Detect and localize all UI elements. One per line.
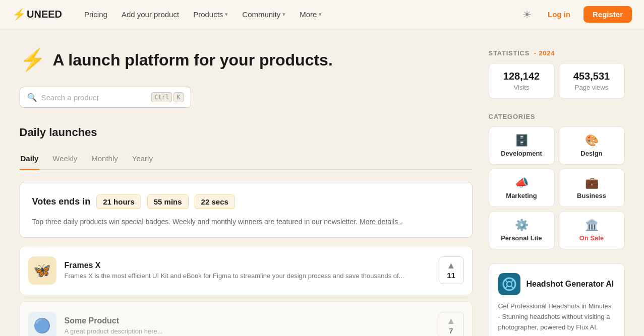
featured-product-card[interactable]: Headshot Generator AI Get Professional H…	[489, 263, 625, 336]
vote-count-frames-x: 11	[447, 271, 455, 280]
votes-header: Votes ends in 21 hours 55 mins 22 secs	[32, 194, 460, 209]
vote-count-2: 7	[449, 326, 453, 335]
cat-business-label: Business	[565, 192, 618, 199]
votes-description: Top three daily products win special bad…	[32, 216, 460, 227]
search-bar[interactable]: 🔍 Search a product Ctrl K	[20, 87, 191, 108]
nav-pricing[interactable]: Pricing	[78, 6, 113, 23]
visits-number: 128,142	[495, 71, 548, 82]
statistics-section: STATISTICS - 2024 128,142 Visits 453,531…	[489, 49, 625, 99]
vote-arrow-icon-2: ▲	[447, 316, 456, 325]
nav-products[interactable]: Products ▾	[187, 6, 234, 23]
theme-toggle-icon[interactable]: ☀	[519, 6, 535, 24]
svg-point-1	[507, 282, 512, 287]
pageviews-number: 453,531	[565, 71, 618, 82]
marketing-icon: 📣	[495, 176, 548, 189]
launch-tabs: Daily Weekly Monthly Yearly	[20, 149, 473, 170]
product-desc-frames-x: Frames X is the most efficient UI Kit an…	[65, 272, 431, 280]
site-logo[interactable]: ⚡ UNEED	[12, 8, 62, 21]
search-placeholder-text: Search a product	[41, 93, 148, 102]
featured-logo-icon	[498, 273, 520, 295]
navbar: ⚡ UNEED Pricing Add your product Product…	[0, 0, 644, 29]
main-content: ⚡ A launch platform for your products. 🔍…	[20, 49, 473, 336]
product-card-frames-x[interactable]: 🦋 Frames X Frames X is the most efficien…	[20, 246, 473, 295]
nav-actions: ☀ Log in Register	[519, 6, 632, 24]
section-title: Daily launches	[20, 126, 473, 139]
development-icon: 🗄️	[495, 134, 548, 147]
vote-button-frames-x[interactable]: ▲ 11	[439, 256, 464, 284]
cat-design-label: Design	[565, 150, 618, 157]
nav-more[interactable]: More ▾	[294, 6, 328, 23]
stat-pageviews: 453,531 Page views	[559, 63, 625, 99]
nav-add-product[interactable]: Add your product	[115, 6, 185, 23]
product-name-frames-x: Frames X	[65, 261, 431, 270]
tab-yearly[interactable]: Yearly	[131, 149, 154, 170]
logo-text: UNEED	[27, 9, 62, 20]
featured-header: Headshot Generator AI	[498, 273, 615, 295]
logo-bolt-icon: ⚡	[12, 8, 26, 21]
product-icon-2: 🔵	[28, 312, 56, 336]
cat-marketing[interactable]: 📣 Marketing	[489, 169, 555, 207]
sidebar: STATISTICS - 2024 128,142 Visits 453,531…	[489, 49, 625, 336]
cat-on-sale[interactable]: 🏛️ On Sale	[559, 211, 625, 249]
stat-visits: 128,142 Visits	[489, 63, 555, 99]
cat-personal-life[interactable]: ⚙️ Personal Life	[489, 211, 555, 249]
hero-section: ⚡ A launch platform for your products.	[20, 49, 473, 71]
business-icon: 💼	[565, 176, 618, 189]
hero-title: A launch platform for your products.	[53, 51, 333, 70]
more-details-link[interactable]: More details .	[360, 218, 402, 226]
pageviews-label: Page views	[565, 84, 618, 91]
more-chevron-icon: ▾	[319, 11, 322, 18]
product-info-frames-x: Frames X Frames X is the most efficient …	[65, 261, 431, 280]
featured-name: Headshot Generator AI	[526, 280, 614, 289]
timer-hours: 21 hours	[96, 194, 141, 209]
timer-mins: 55 mins	[147, 194, 189, 209]
vote-arrow-icon: ▲	[447, 261, 456, 270]
cat-personal-life-label: Personal Life	[495, 234, 548, 242]
page-wrapper: ⚡ A launch platform for your products. 🔍…	[10, 29, 635, 336]
product-desc-2: A great product description here...	[65, 327, 431, 335]
product-name-2: Some Product	[65, 316, 431, 325]
tab-weekly[interactable]: Weekly	[51, 149, 78, 170]
cat-design[interactable]: 🎨 Design	[559, 126, 625, 165]
personal-life-icon: ⚙️	[495, 219, 548, 232]
products-chevron-icon: ▾	[225, 11, 228, 18]
timer-secs: 22 secs	[195, 194, 235, 209]
product-icon-frames-x: 🦋	[28, 256, 56, 285]
product-info-2: Some Product A great product description…	[65, 316, 431, 335]
cat-business[interactable]: 💼 Business	[559, 169, 625, 207]
cat-development-label: Development	[495, 150, 548, 157]
design-icon: 🎨	[565, 134, 618, 147]
register-button[interactable]: Register	[583, 6, 632, 23]
cat-marketing-label: Marketing	[495, 192, 548, 199]
visits-label: Visits	[495, 84, 548, 91]
search-shortcuts: Ctrl K	[151, 92, 183, 102]
community-chevron-icon: ▾	[282, 11, 285, 18]
cat-on-sale-label: On Sale	[565, 234, 618, 242]
categories-title: CATEGORIES	[489, 113, 625, 120]
product-card-2[interactable]: 🔵 Some Product A great product descripti…	[20, 301, 473, 336]
k-key: K	[173, 92, 183, 102]
ctrl-key: Ctrl	[151, 92, 172, 102]
categories-grid: 🗄️ Development 🎨 Design 📣 Marketing 💼 Bu…	[489, 126, 625, 249]
nav-community[interactable]: Community ▾	[236, 6, 291, 23]
votes-label: Votes ends in	[32, 196, 91, 207]
statistics-title: STATISTICS - 2024	[489, 49, 625, 57]
stats-grid: 128,142 Visits 453,531 Page views	[489, 63, 625, 99]
featured-description: Get Professional Headshots in Minutes - …	[498, 301, 615, 332]
tab-daily[interactable]: Daily	[20, 149, 40, 170]
hero-bolt-icon: ⚡	[20, 49, 46, 71]
cat-development[interactable]: 🗄️ Development	[489, 126, 555, 165]
votes-countdown-box: Votes ends in 21 hours 55 mins 22 secs T…	[20, 182, 473, 238]
nav-links: Pricing Add your product Products ▾ Comm…	[78, 6, 519, 23]
search-icon: 🔍	[27, 93, 37, 102]
on-sale-icon: 🏛️	[565, 219, 618, 232]
categories-section: CATEGORIES 🗄️ Development 🎨 Design 📣 Mar…	[489, 113, 625, 249]
statistics-year: - 2024	[534, 49, 555, 57]
login-button[interactable]: Log in	[541, 7, 577, 22]
vote-button-2[interactable]: ▲ 7	[439, 312, 464, 336]
tab-monthly[interactable]: Monthly	[90, 149, 119, 170]
